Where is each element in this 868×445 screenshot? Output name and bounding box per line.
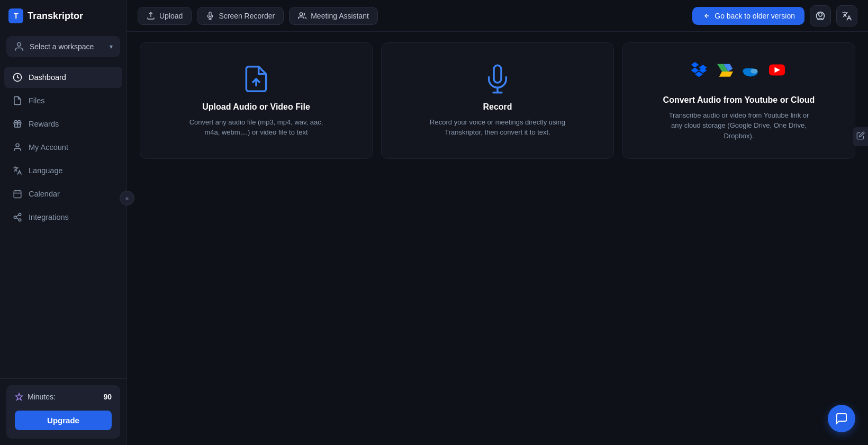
cloud-card-title: Convert Audio from Youtube or Cloud xyxy=(663,95,815,105)
rewards-icon xyxy=(13,119,22,129)
svg-point-8 xyxy=(19,213,21,216)
record-card[interactable]: Record Record your voice or meetings dir… xyxy=(381,42,614,159)
sidebar-label-calendar: Calendar xyxy=(29,190,60,198)
cloud-services-icons xyxy=(690,60,788,87)
svg-rect-4 xyxy=(14,191,21,198)
workspace-label: Select a workspace xyxy=(30,42,94,51)
sidebar-item-rewards[interactable]: Rewards xyxy=(4,113,122,135)
svg-point-10 xyxy=(19,219,21,221)
main-content: « Upload Screen Recorder xyxy=(127,0,868,445)
translate-icon xyxy=(842,11,852,21)
files-icon xyxy=(13,96,22,105)
svg-line-12 xyxy=(16,215,19,217)
svg-point-0 xyxy=(17,43,21,47)
calendar-icon xyxy=(13,189,22,199)
youtube-icon xyxy=(766,60,788,79)
minutes-label: Minutes: xyxy=(15,393,56,401)
sidebar-item-files[interactable]: Files xyxy=(4,90,122,111)
onedrive-icon xyxy=(741,60,760,79)
integrations-icon xyxy=(13,212,22,222)
translate-icon-button[interactable] xyxy=(836,5,857,26)
google-drive-icon xyxy=(716,60,735,79)
meeting-icon xyxy=(298,12,306,20)
svg-line-11 xyxy=(16,218,19,219)
app-name: Transkriptor xyxy=(28,11,83,22)
minutes-value: 90 xyxy=(103,393,112,401)
chat-button[interactable] xyxy=(828,405,855,432)
upload-button[interactable]: Upload xyxy=(138,7,192,25)
sidebar-item-my-account[interactable]: My Account xyxy=(4,137,122,158)
workspace-selector[interactable]: Select a workspace ▾ xyxy=(6,36,120,57)
dropbox-icon xyxy=(690,60,709,79)
sidebar: T Transkriptor Select a workspace ▾ Dash… xyxy=(0,0,127,445)
sparkle-icon xyxy=(15,393,23,401)
account-icon-button[interactable] xyxy=(810,5,831,26)
upload-card[interactable]: Upload Audio or Video File Convert any a… xyxy=(140,42,373,159)
svg-point-16 xyxy=(300,13,303,15)
sidebar-item-calendar[interactable]: Calendar xyxy=(4,183,122,204)
account-icon xyxy=(13,143,22,152)
sidebar-item-integrations[interactable]: Integrations xyxy=(4,207,122,228)
sidebar-label-language: Language xyxy=(29,166,63,175)
upload-icon xyxy=(147,12,155,20)
cards-area: Upload Audio or Video File Convert any a… xyxy=(127,32,868,445)
topbar: Upload Screen Recorder Meeting A xyxy=(127,0,868,32)
sidebar-item-language[interactable]: Language xyxy=(4,160,122,181)
chevron-down-icon: ▾ xyxy=(110,43,113,50)
dashboard-icon xyxy=(13,73,22,82)
sidebar-collapse-button[interactable]: « xyxy=(120,191,134,206)
topbar-right-actions: Go back to older version xyxy=(692,5,857,26)
meeting-assistant-button[interactable]: Meeting Assistant xyxy=(289,7,378,25)
cloud-card-desc: Transcribe audio or video from Youtube l… xyxy=(665,110,813,141)
record-card-title: Record xyxy=(483,102,512,112)
sidebar-bottom: Minutes: 90 Upgrade xyxy=(0,378,126,445)
sidebar-label-integrations: Integrations xyxy=(29,213,69,221)
sidebar-label-files: Files xyxy=(29,96,45,105)
upgrade-button[interactable]: Upgrade xyxy=(15,411,112,430)
sidebar-label-my-account: My Account xyxy=(29,143,68,152)
workspace-icon xyxy=(14,41,24,52)
svg-point-3 xyxy=(16,144,19,147)
upload-file-icon xyxy=(241,64,271,94)
upload-card-desc: Convert any audio file (mp3, mp4, wav, a… xyxy=(182,117,330,138)
screen-recorder-icon xyxy=(206,12,214,20)
topbar-nav-buttons: Upload Screen Recorder Meeting A xyxy=(138,7,378,25)
language-icon xyxy=(13,166,22,175)
svg-point-22 xyxy=(751,69,758,74)
go-back-icon xyxy=(702,12,710,20)
upload-card-title: Upload Audio or Video File xyxy=(202,102,310,112)
edge-edit-icon[interactable] xyxy=(853,127,868,146)
user-circle-icon xyxy=(815,11,826,21)
microphone-icon xyxy=(483,64,512,94)
screen-recorder-button[interactable]: Screen Recorder xyxy=(197,7,284,25)
sidebar-label-rewards: Rewards xyxy=(29,120,59,128)
sidebar-item-dashboard[interactable]: Dashboard xyxy=(4,67,122,88)
cloud-card[interactable]: Convert Audio from Youtube or Cloud Tran… xyxy=(622,42,855,159)
nav-items: Dashboard Files Rewards My Accou xyxy=(0,61,126,378)
chat-icon xyxy=(835,412,848,425)
svg-point-21 xyxy=(743,68,751,74)
record-card-desc: Record your voice or meetings directly u… xyxy=(423,117,572,138)
svg-point-9 xyxy=(14,216,16,219)
logo-icon: T xyxy=(8,8,23,23)
sidebar-label-dashboard: Dashboard xyxy=(29,73,66,82)
minutes-panel: Minutes: 90 Upgrade xyxy=(6,385,120,439)
go-back-button[interactable]: Go back to older version xyxy=(692,7,804,25)
logo-area: T Transkriptor xyxy=(0,0,126,32)
